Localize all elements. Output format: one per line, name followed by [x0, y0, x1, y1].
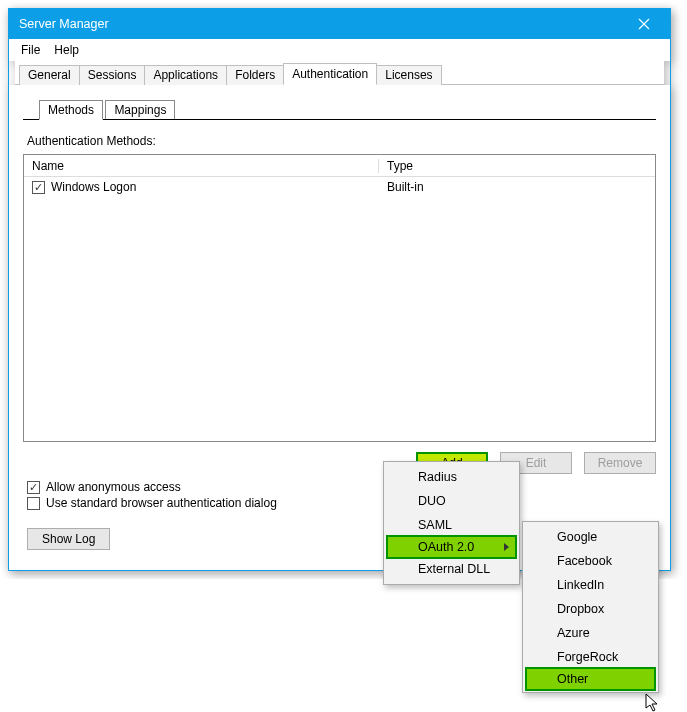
menu-item-external-dll[interactable]: External DLL: [386, 557, 517, 579]
add-context-menu: Radius DUO SAML OAuth 2.0 External DLL: [383, 461, 520, 579]
auth-methods-label: Authentication Methods:: [27, 134, 656, 148]
window-title: Server Manager: [19, 17, 109, 31]
auth-methods-list[interactable]: Name Type Windows Logon Built-in: [23, 154, 656, 442]
tab-authentication[interactable]: Authentication: [283, 63, 377, 85]
col-header-name[interactable]: Name: [24, 159, 379, 173]
allow-anon-row: Allow anonymous access: [27, 480, 656, 494]
subtab-mappings[interactable]: Mappings: [105, 100, 175, 119]
row-checkbox[interactable]: [32, 181, 45, 194]
client-area: Methods Mappings Authentication Methods:…: [9, 85, 670, 570]
browser-dlg-label: Use standard browser authentication dial…: [46, 496, 277, 510]
server-manager-window: Server Manager File Help General Session…: [8, 8, 671, 571]
submenu-facebook[interactable]: Facebook: [525, 549, 656, 573]
main-tab-row: General Sessions Applications Folders Au…: [15, 61, 664, 85]
menu-item-duo[interactable]: DUO: [386, 489, 517, 513]
subtab-row: Methods Mappings: [23, 99, 656, 120]
row-name: Windows Logon: [51, 180, 136, 194]
show-log-button[interactable]: Show Log: [27, 528, 110, 550]
menu-item-saml[interactable]: SAML: [386, 513, 517, 537]
row-type: Built-in: [379, 180, 655, 194]
tab-licenses[interactable]: Licenses: [376, 65, 441, 85]
allow-anon-checkbox[interactable]: [27, 481, 40, 494]
allow-anon-label: Allow anonymous access: [46, 480, 181, 494]
tab-general[interactable]: General: [19, 65, 80, 85]
menubar: File Help: [9, 39, 670, 61]
browser-dlg-checkbox[interactable]: [27, 497, 40, 510]
list-row[interactable]: Windows Logon Built-in: [24, 177, 655, 197]
col-header-type[interactable]: Type: [379, 159, 655, 173]
titlebar: Server Manager: [9, 9, 670, 39]
button-row: Add Edit Remove: [23, 452, 656, 474]
menu-item-oauth[interactable]: OAuth 2.0: [386, 535, 517, 559]
menu-item-radius[interactable]: Radius: [386, 465, 517, 489]
subtab-methods[interactable]: Methods: [39, 100, 103, 120]
tab-folders[interactable]: Folders: [226, 65, 284, 85]
menu-file[interactable]: File: [15, 41, 46, 59]
close-icon: [638, 18, 650, 30]
close-button[interactable]: [624, 11, 664, 37]
menu-help[interactable]: Help: [48, 41, 85, 59]
submenu-linkedin[interactable]: LinkedIn: [525, 573, 656, 579]
browser-dlg-row: Use standard browser authentication dial…: [27, 496, 656, 510]
tab-sessions[interactable]: Sessions: [79, 65, 146, 85]
oauth-submenu: Google Facebook LinkedIn Dropbox Azure F…: [522, 521, 659, 579]
list-header: Name Type: [24, 155, 655, 177]
tab-applications[interactable]: Applications: [144, 65, 227, 85]
remove-button: Remove: [584, 452, 656, 474]
submenu-google[interactable]: Google: [525, 525, 656, 549]
